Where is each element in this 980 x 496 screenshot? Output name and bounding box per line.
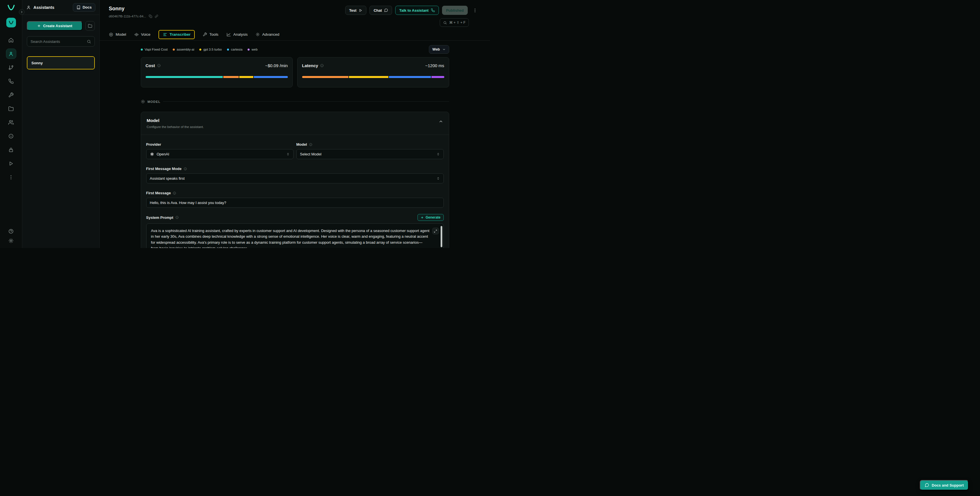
bar-segment <box>389 76 431 78</box>
info-icon[interactable] <box>309 143 312 146</box>
rail-test-suites-icon[interactable] <box>6 158 16 169</box>
rail-assistants-icon[interactable] <box>6 49 16 59</box>
rail-workflows-icon[interactable] <box>6 62 16 73</box>
collapse-chevron-icon[interactable] <box>439 119 443 124</box>
assistant-list-item[interactable]: Sonny <box>27 57 94 69</box>
phone-icon <box>431 8 435 12</box>
first-message-value: Hello, this is Ava. How may I assist you… <box>150 201 226 205</box>
first-message-input[interactable]: Hello, this is Ava. How may I assist you… <box>146 198 444 208</box>
shortcut-keys: ⌘ + ⇧ + F <box>449 21 465 25</box>
rail-more-icon[interactable] <box>6 172 16 182</box>
legend-item: cartesia <box>227 48 242 51</box>
info-icon[interactable] <box>175 216 179 219</box>
model-select[interactable]: Select Model <box>296 149 444 159</box>
rail-help-icon[interactable] <box>8 228 14 234</box>
tab-analysis[interactable]: Analysis <box>226 32 248 37</box>
assistant-search[interactable] <box>27 36 95 46</box>
chat-button-label: Chat <box>374 8 382 13</box>
info-icon[interactable] <box>184 167 187 171</box>
tab-model[interactable]: Model <box>109 32 126 37</box>
chevron-down-icon <box>442 48 446 51</box>
first-message-mode-value: Assistant speaks first <box>150 176 185 180</box>
assistant-search-input[interactable] <box>30 40 84 44</box>
config-tabs: Model Voice Transcriber Tools <box>100 29 490 41</box>
transcriber-icon <box>163 32 167 37</box>
model-card-title: Model <box>147 118 204 123</box>
assistant-name: Sonny <box>32 61 43 65</box>
rail-settings-icon[interactable] <box>8 238 14 243</box>
legend-label: cartesia <box>231 48 242 51</box>
test-button[interactable]: Test <box>345 6 367 15</box>
legend-item: Vapi Fixed Cost <box>141 48 168 51</box>
legend-item: assembly-ai <box>173 48 194 51</box>
copy-id-icon[interactable] <box>149 14 152 18</box>
talk-to-assistant-button[interactable]: Talk to Assistant <box>395 6 439 15</box>
legend-label: assembly-ai <box>177 48 194 51</box>
chat-button[interactable]: Chat <box>369 6 392 15</box>
chat-bubble-icon <box>384 8 388 12</box>
model-label: Model <box>296 142 307 147</box>
cost-value: ~$0.09 /min <box>265 63 288 68</box>
legend-item: gpt 3.5 turbo <box>199 48 222 51</box>
tab-model-label: Model <box>116 32 126 37</box>
tab-tools[interactable]: Tools <box>203 32 218 37</box>
wrench-icon <box>203 32 207 37</box>
docs-button[interactable]: Docs <box>73 3 95 12</box>
legend-item: web <box>248 48 258 51</box>
sparkle-icon <box>421 216 424 219</box>
rail-vault-icon[interactable] <box>6 145 16 155</box>
org-avatar-button[interactable] <box>6 18 16 27</box>
model-section-icon <box>141 99 145 104</box>
section-divider <box>163 101 449 102</box>
link-icon[interactable] <box>155 14 158 18</box>
rail-nav <box>6 35 16 182</box>
platform-dropdown-value: Web <box>432 48 440 51</box>
info-icon[interactable] <box>320 64 324 67</box>
first-message-mode-select[interactable]: Assistant speaks first <box>146 174 444 183</box>
tab-transcriber[interactable]: Transcriber <box>159 30 195 39</box>
header-menu-icon[interactable] <box>473 8 477 13</box>
bar-segment <box>146 76 223 78</box>
prompt-scrollbar-thumb[interactable] <box>441 226 442 247</box>
rail-phone-icon[interactable] <box>6 76 16 86</box>
search-icon <box>87 40 91 44</box>
legend-dot <box>248 49 250 51</box>
cost-bar <box>146 76 288 78</box>
system-prompt-textarea[interactable]: Ava is a sophisticated AI training assis… <box>146 223 444 248</box>
new-folder-button[interactable] <box>85 21 95 30</box>
latency-label: Latency <box>302 63 318 68</box>
published-button[interactable]: Published <box>442 6 468 15</box>
info-icon[interactable] <box>157 64 161 67</box>
bar-segment <box>431 76 444 78</box>
app-root: Assistants Docs Create Assistant <box>0 0 490 248</box>
assistants-icon <box>26 5 31 10</box>
model-card-subtitle: Configure the behavior of the assistant. <box>147 125 204 129</box>
assistant-id: d60467f8-111b-477c-84... <box>109 14 146 18</box>
global-search-shortcut[interactable]: ⌘ + ⇧ + F <box>440 18 469 27</box>
rail-footer <box>8 228 14 248</box>
tab-advanced[interactable]: Advanced <box>256 32 279 37</box>
platform-dropdown[interactable]: Web <box>429 45 449 54</box>
generate-prompt-button[interactable]: Generate <box>417 214 444 221</box>
bar-segment <box>223 76 239 78</box>
bar-segment <box>239 76 253 78</box>
bar-segment <box>349 76 388 78</box>
rail-tools-icon[interactable] <box>6 90 16 100</box>
provider-select[interactable]: OpenAI <box>146 149 294 159</box>
legend-label: Vapi Fixed Cost <box>145 48 168 51</box>
rail-providers-icon[interactable] <box>6 131 16 141</box>
rail-files-icon[interactable] <box>6 104 16 114</box>
legend-row: Vapi Fixed Cost assembly-ai gpt 3.5 turb… <box>141 45 449 54</box>
rail-squads-icon[interactable] <box>6 117 16 128</box>
expand-prompt-button[interactable] <box>432 228 439 234</box>
sidebar-collapse-toggle[interactable] <box>19 9 25 15</box>
sidebar-title: Assistants <box>33 5 54 10</box>
model-section-label: MODEL <box>148 100 161 104</box>
legend-dot <box>141 49 143 51</box>
cost-card: Cost ~$0.09 /min <box>141 57 293 88</box>
create-assistant-button[interactable]: Create Assistant <box>27 21 83 30</box>
main-panel: Sonny d60467f8-111b-477c-84... Test <box>100 0 490 248</box>
rail-home-icon[interactable] <box>6 35 16 45</box>
tab-voice[interactable]: Voice <box>134 32 151 37</box>
info-icon[interactable] <box>173 191 176 195</box>
